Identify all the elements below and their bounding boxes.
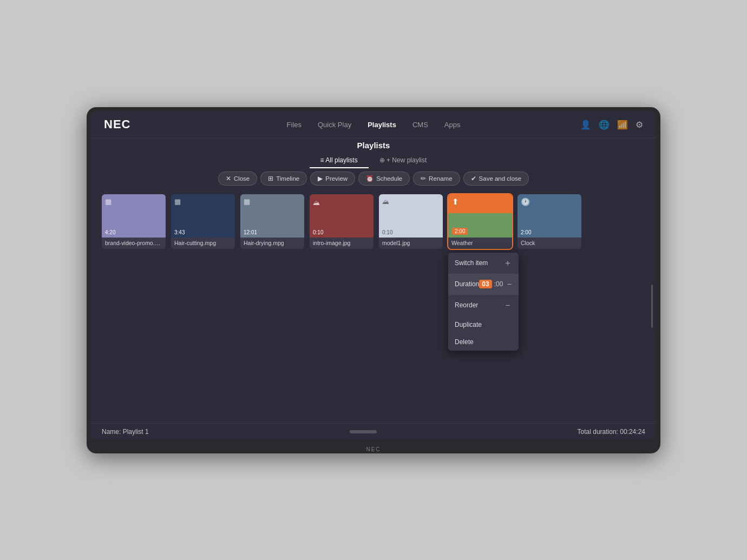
ctx-switch-item[interactable]: Switch item ＋	[448, 253, 519, 274]
thumb-weather: ⬆ 2:00	[448, 194, 512, 238]
media-card-5[interactable]: ⛰ 0:10 model1.jpg	[379, 194, 443, 249]
nav-bar: NEC Files Quick Play Playlists CMS Apps …	[91, 111, 656, 139]
save-icon: ✔	[471, 175, 476, 182]
ctx-duration[interactable]: Duration 03 :00 －	[448, 274, 519, 295]
section-title: Playlists	[357, 141, 390, 150]
context-menu: Switch item ＋ Duration 03 :00 － Reorder	[448, 253, 519, 351]
ctx-delete[interactable]: Delete	[448, 333, 519, 351]
media-card-2[interactable]: ▦ 3:43 Hair-cutting.mpg	[171, 194, 235, 249]
wifi-icon[interactable]: 📶	[617, 120, 628, 130]
ctx-minus-icon: －	[505, 279, 514, 290]
nav-apps[interactable]: Apps	[444, 121, 461, 129]
globe-icon[interactable]: 🌐	[599, 120, 610, 130]
plus-icon: ⊕	[379, 156, 386, 164]
playlist-tabs: ≡ All playlists ⊕ + New playlist	[91, 150, 656, 169]
duration-clock: 2:00	[521, 229, 531, 235]
nav-icons: 👤 🌐 📶 ⚙	[580, 120, 643, 130]
screen: NEC Files Quick Play Playlists CMS Apps …	[91, 111, 656, 440]
thumb-1: ▦ 4:20	[102, 194, 166, 238]
media-card-1[interactable]: ▦ 4:20 brand-video-promo.mpg	[102, 194, 166, 249]
duration-weather: 2:00	[452, 228, 468, 235]
thumb-4: ⛰ 0:10	[310, 194, 374, 238]
image-icon-4: ⛰	[313, 199, 320, 207]
video-icon-3: ▦	[244, 197, 250, 206]
ctx-reorder[interactable]: Reorder －	[448, 295, 519, 316]
label-weather: Weather	[448, 238, 512, 249]
nav-files[interactable]: Files	[287, 121, 302, 129]
action-bar: ✕ Close ⊞ Timeline ▶ Preview ⏰ Schedule …	[91, 169, 656, 190]
ctx-reorder-icon: －	[503, 300, 512, 311]
rename-button[interactable]: ✏ Rename	[413, 172, 460, 186]
label-2: Hair-cutting.mpg	[171, 238, 235, 249]
label-3: Hair-drying.mpg	[240, 238, 304, 249]
media-card-weather[interactable]: ⬆ 2:00 Weather Switch item ＋ Duration 03…	[448, 194, 512, 249]
thumb-clock: 🕐 2:00	[517, 194, 581, 238]
media-card-clock[interactable]: 🕐 2:00 Clock	[517, 194, 581, 249]
duration-value: 03 :00 －	[479, 279, 514, 290]
settings-icon[interactable]: ⚙	[635, 120, 643, 130]
weather-arrow-icon: ⬆	[452, 197, 459, 207]
close-button[interactable]: ✕ Close	[218, 172, 257, 186]
timeline-button[interactable]: ⊞ Timeline	[260, 172, 307, 186]
label-4: intro-image.jpg	[310, 238, 374, 249]
media-card-3[interactable]: ▦ 12:01 Hair-drying.mpg	[240, 194, 304, 249]
close-icon: ✕	[226, 175, 231, 182]
user-icon[interactable]: 👤	[580, 120, 591, 130]
timeline-icon: ⊞	[268, 175, 273, 182]
nav-quickplay[interactable]: Quick Play	[318, 121, 351, 129]
scroll-indicator	[651, 285, 653, 328]
media-card-4[interactable]: ⛰ 0:10 intro-image.jpg	[310, 194, 374, 249]
nav-cms[interactable]: CMS	[412, 121, 428, 129]
ctx-plus-icon: ＋	[503, 258, 512, 269]
tv-brand-label: NEC	[87, 444, 660, 453]
ctx-duplicate[interactable]: Duplicate	[448, 316, 519, 333]
duration-1: 4:20	[105, 229, 115, 235]
nav-playlists[interactable]: Playlists	[368, 121, 396, 129]
video-icon-2: ▦	[174, 197, 181, 206]
list-icon: ≡	[320, 156, 326, 164]
tv-display: NEC Files Quick Play Playlists CMS Apps …	[87, 107, 660, 453]
section-title-row: Playlists	[91, 139, 656, 150]
duration-highlight: 03	[479, 280, 492, 288]
duration-3: 12:01	[244, 229, 257, 235]
duration-4: 0:10	[313, 229, 323, 235]
label-1: brand-video-promo.mpg	[102, 238, 166, 249]
nav-links: Files Quick Play Playlists CMS Apps	[287, 121, 461, 129]
tab-all-playlists[interactable]: ≡ All playlists	[310, 153, 369, 168]
preview-button[interactable]: ▶ Preview	[310, 172, 355, 186]
scroll-bar[interactable]	[350, 430, 377, 433]
duration-5: 0:10	[382, 229, 392, 235]
play-icon: ▶	[318, 175, 323, 182]
thumb-3: ▦ 12:01	[240, 194, 304, 238]
label-clock: Clock	[517, 238, 581, 249]
bottom-bar: Name: Playlist 1 Total duration: 00:24:2…	[91, 423, 656, 440]
playlist-name: Name: Playlist 1	[102, 428, 149, 436]
image-icon-5: ⛰	[382, 197, 389, 206]
label-5: model1.jpg	[379, 238, 443, 249]
thumb-2: ▦ 3:43	[171, 194, 235, 238]
duration-2: 3:43	[174, 229, 185, 235]
thumb-5: ⛰ 0:10	[379, 194, 443, 238]
video-icon-1: ▦	[105, 197, 112, 206]
app-logo: NEC	[104, 117, 130, 131]
schedule-icon: ⏰	[366, 175, 374, 182]
save-and-close-button[interactable]: ✔ Save and close	[463, 172, 529, 186]
duration-rest: :00	[494, 280, 503, 288]
schedule-button[interactable]: ⏰ Schedule	[358, 172, 410, 186]
tab-new-playlist[interactable]: ⊕ + New playlist	[369, 153, 438, 168]
media-strip: ▦ 4:20 brand-video-promo.mpg ▦ 3:43 Hair…	[91, 190, 656, 423]
pencil-icon: ✏	[421, 175, 426, 182]
clock-icon: 🕐	[521, 197, 530, 206]
total-duration: Total duration: 00:24:24	[578, 428, 645, 436]
